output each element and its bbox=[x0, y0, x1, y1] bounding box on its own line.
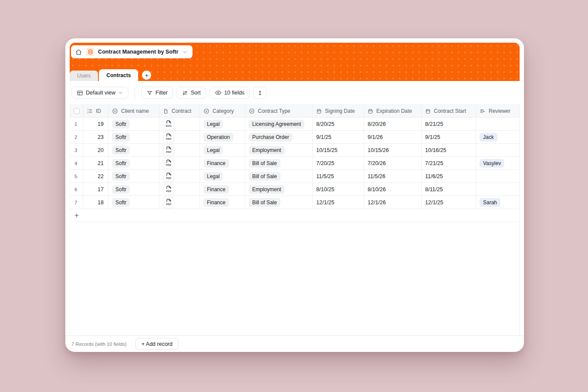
cell-contract-start[interactable]: 11/6/25 bbox=[422, 170, 476, 182]
cell-category[interactable]: Finance bbox=[200, 157, 245, 169]
row-number-cell[interactable]: 4 bbox=[70, 157, 83, 169]
cell-reviewer[interactable] bbox=[476, 118, 519, 130]
row-height-button[interactable] bbox=[253, 87, 267, 99]
cell-contract[interactable]: PDF bbox=[159, 196, 200, 209]
file-attachment-icon[interactable]: PDF bbox=[163, 132, 174, 143]
cell-expiration-date[interactable]: 9/1/26 bbox=[364, 131, 422, 143]
cell-expiration-date[interactable]: 8/10/26 bbox=[364, 183, 422, 196]
cell-contract-type[interactable]: Employment bbox=[245, 144, 313, 156]
cell-signing-date[interactable]: 10/15/25 bbox=[313, 144, 364, 156]
cell-client-name[interactable]: Softr bbox=[108, 170, 159, 182]
add-row-button[interactable]: + bbox=[70, 209, 519, 222]
cell-contract[interactable]: PDF bbox=[159, 144, 200, 156]
cell-category[interactable]: Legal bbox=[200, 170, 245, 182]
cell-client-name[interactable]: Softr bbox=[108, 131, 159, 143]
cell-client-name[interactable]: Softr bbox=[108, 196, 159, 209]
cell-category[interactable]: Finance bbox=[200, 196, 245, 209]
cell-client-name[interactable]: Softr bbox=[108, 144, 159, 156]
cell-reviewer[interactable] bbox=[476, 183, 519, 196]
filter-button[interactable]: Filter bbox=[141, 87, 173, 99]
tab-users[interactable]: Users bbox=[70, 71, 98, 81]
cell-expiration-date[interactable]: 8/20/26 bbox=[364, 118, 422, 130]
column-header-expiration[interactable]: Expiration Date bbox=[364, 105, 422, 117]
cell-signing-date[interactable]: 8/10/25 bbox=[313, 183, 364, 196]
row-number-cell[interactable]: 3 bbox=[70, 144, 83, 156]
cell-category[interactable]: Legal bbox=[200, 144, 245, 156]
cell-expiration-date[interactable]: 7/20/26 bbox=[364, 157, 422, 169]
cell-expiration-date[interactable]: 11/5/26 bbox=[364, 170, 422, 182]
column-header-id[interactable]: 12ID bbox=[83, 105, 108, 117]
tab-contracts[interactable]: Contracts bbox=[99, 69, 138, 81]
select-all-checkbox[interactable] bbox=[74, 108, 80, 114]
cell-reviewer[interactable]: Vasylev bbox=[476, 157, 519, 169]
column-header-type[interactable]: Contract Type bbox=[245, 105, 313, 117]
cell-id[interactable]: 23 bbox=[83, 131, 108, 143]
cell-reviewer[interactable] bbox=[476, 144, 519, 156]
row-number-cell[interactable]: 1 bbox=[70, 118, 83, 130]
column-header-client[interactable]: Client name bbox=[108, 105, 159, 117]
add-record-button[interactable]: + Add record bbox=[135, 338, 179, 350]
cell-contract[interactable]: PDF bbox=[159, 131, 200, 143]
cell-reviewer[interactable] bbox=[476, 170, 519, 182]
cell-id[interactable]: 20 bbox=[83, 144, 108, 156]
cell-contract-type[interactable]: Bill of Sale bbox=[245, 170, 313, 182]
file-attachment-icon[interactable]: PDF bbox=[163, 158, 174, 169]
cell-contract-start[interactable]: 8/11/25 bbox=[422, 183, 476, 196]
fields-visibility-button[interactable]: 10 fields bbox=[210, 87, 250, 99]
app-title-dropdown[interactable]: Contract Management by Softr bbox=[71, 45, 193, 58]
column-header-category[interactable]: Category bbox=[200, 105, 245, 117]
cell-expiration-date[interactable]: 10/15/26 bbox=[364, 144, 422, 156]
row-number-cell[interactable]: 6 bbox=[70, 183, 83, 196]
cell-contract[interactable]: PDF bbox=[159, 157, 200, 169]
cell-category[interactable]: Legal bbox=[200, 118, 245, 130]
cell-contract[interactable]: PDF bbox=[159, 170, 200, 182]
cell-category[interactable]: Operation bbox=[200, 131, 245, 143]
cell-contract-start[interactable]: 10/16/25 bbox=[422, 144, 476, 156]
row-number-cell[interactable]: 2 bbox=[70, 131, 83, 143]
cell-contract-start[interactable]: 12/1/25 bbox=[422, 196, 476, 209]
table-tabs: Users Contracts + bbox=[70, 69, 151, 81]
cell-contract[interactable]: DOC bbox=[159, 118, 200, 130]
cell-id[interactable]: 22 bbox=[83, 170, 108, 182]
cell-contract-type[interactable]: Purchase Order bbox=[245, 131, 313, 143]
file-attachment-icon[interactable]: DOC bbox=[163, 118, 174, 130]
cell-contract-start[interactable]: 7/21/25 bbox=[422, 157, 476, 169]
cell-reviewer[interactable]: Jack bbox=[476, 131, 519, 143]
cell-id[interactable]: 19 bbox=[83, 118, 108, 130]
file-attachment-icon[interactable]: PDF bbox=[163, 145, 174, 156]
cell-contract-type[interactable]: Employment bbox=[245, 183, 313, 196]
cell-contract-start[interactable]: 8/21/25 bbox=[422, 118, 476, 130]
row-number-cell[interactable]: 5 bbox=[70, 170, 83, 182]
cell-contract[interactable]: PDF bbox=[159, 183, 200, 196]
file-attachment-icon[interactable]: PDF bbox=[163, 171, 174, 182]
cell-signing-date[interactable]: 9/1/25 bbox=[313, 131, 364, 143]
cell-contract-type[interactable]: Bill of Sale bbox=[245, 196, 313, 209]
column-header-reviewer[interactable]: Reviewer bbox=[476, 105, 519, 117]
column-header-contract[interactable]: Contract bbox=[159, 105, 200, 117]
cell-contract-type[interactable]: Licensing Agreement bbox=[245, 118, 313, 130]
cell-id[interactable]: 18 bbox=[83, 196, 108, 209]
cell-client-name[interactable]: Softr bbox=[108, 118, 159, 130]
cell-client-name[interactable]: Softr bbox=[108, 183, 159, 196]
home-icon[interactable] bbox=[75, 48, 82, 56]
cell-signing-date[interactable]: 7/20/25 bbox=[313, 157, 364, 169]
cell-contract-type[interactable]: Bill of Sale bbox=[245, 157, 313, 169]
view-selector-button[interactable]: Default view bbox=[71, 87, 128, 99]
cell-id[interactable]: 21 bbox=[83, 157, 108, 169]
cell-expiration-date[interactable]: 12/1/26 bbox=[364, 196, 422, 209]
cell-client-name[interactable]: Softr bbox=[108, 157, 159, 169]
cell-contract-start[interactable]: 9/1/25 bbox=[422, 131, 476, 143]
cell-reviewer[interactable]: Sarah bbox=[476, 196, 519, 209]
cell-category[interactable]: Finance bbox=[200, 183, 245, 196]
cell-signing-date[interactable]: 12/1/25 bbox=[313, 196, 364, 209]
cell-id[interactable]: 17 bbox=[83, 183, 108, 196]
column-header-start[interactable]: Contract Start bbox=[422, 105, 476, 117]
cell-signing-date[interactable]: 11/5/25 bbox=[313, 170, 364, 182]
sort-button[interactable]: Sort bbox=[176, 87, 206, 99]
cell-signing-date[interactable]: 8/20/25 bbox=[313, 118, 364, 130]
file-attachment-icon[interactable]: PDF bbox=[163, 197, 174, 208]
row-number-cell[interactable]: 7 bbox=[70, 196, 83, 209]
file-attachment-icon[interactable]: PDF bbox=[163, 184, 174, 195]
column-header-signing[interactable]: Signing Date bbox=[313, 105, 364, 117]
add-table-button[interactable]: + bbox=[142, 71, 151, 80]
